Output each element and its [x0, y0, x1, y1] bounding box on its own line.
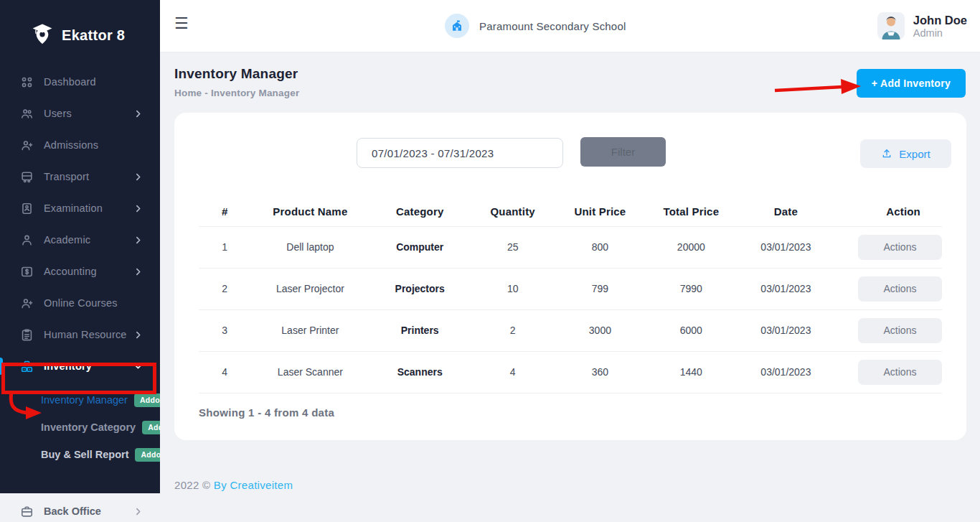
- table-row: 4Laser ScannerScanners4360144003/01/2023…: [199, 351, 942, 393]
- chevron-right-icon: [133, 507, 143, 516]
- sidebar-item-examination[interactable]: Examination: [0, 192, 160, 224]
- cell-product: Laser Scanner: [251, 351, 370, 393]
- cell-quantity: 2: [470, 309, 555, 351]
- chevron-right-icon: [133, 204, 143, 213]
- column-header-total-price: Total Price: [645, 197, 738, 226]
- sidebar-item-label: Accounting: [44, 266, 97, 277]
- table-header: #Product NameCategoryQuantityUnit PriceT…: [199, 197, 942, 226]
- grid-icon: [20, 75, 34, 89]
- submenu-item-buy-sell-report[interactable]: Buy & Sell ReportAddon: [0, 441, 160, 468]
- add-inventory-button[interactable]: + Add Inventory: [857, 69, 966, 98]
- page-title: Inventory Manager: [174, 66, 298, 82]
- table-body: 1Dell laptopComputer258002000003/01/2023…: [199, 226, 942, 393]
- cell-quantity: 4: [470, 351, 555, 393]
- clipboard-icon: [20, 328, 34, 342]
- person-plus-icon: [20, 139, 34, 152]
- footer-credit-link[interactable]: By Creativeitem: [214, 479, 293, 491]
- sidebar-item-label: Online Courses: [44, 297, 118, 309]
- school-building-icon: [445, 14, 469, 38]
- date-range-input[interactable]: [357, 138, 563, 168]
- briefcase-icon: [20, 505, 34, 518]
- breadcrumb-separator: -: [202, 88, 211, 98]
- sidebar-item-accounting[interactable]: Accounting: [0, 256, 160, 287]
- cell-date: 03/01/2023: [738, 226, 834, 268]
- sidebar-item-label: Admissions: [44, 139, 98, 151]
- export-label: Export: [899, 148, 930, 160]
- submenu-item-label: Inventory Category: [41, 421, 136, 433]
- sidebar-item-label: Academic: [44, 234, 90, 246]
- cell-action: Actions: [834, 226, 942, 268]
- cell-total-price: 1440: [645, 351, 738, 393]
- sidebar-item-academic[interactable]: Academic: [0, 224, 160, 256]
- dollar-icon: [20, 265, 34, 279]
- school-selector: Paramount Secondary School: [445, 14, 626, 38]
- sidebar-item-inventory[interactable]: Inventory: [0, 350, 160, 382]
- sidebar-item-users[interactable]: Users: [0, 98, 160, 129]
- sidebar-item-label: Inventory: [44, 360, 92, 372]
- cell-num: 2: [199, 268, 251, 309]
- main-content: Inventory Manager Home - Inventory Manag…: [160, 52, 980, 522]
- cell-total-price: 6000: [645, 309, 738, 351]
- inventory-card: Filter Export #Product NameCategoryQuant…: [174, 113, 966, 440]
- addon-badge: Addon: [134, 393, 160, 407]
- user-profile[interactable]: John Doe Admin: [877, 12, 967, 39]
- person-icon: [20, 233, 34, 247]
- addon-badge: Addon: [135, 448, 160, 462]
- brand-logo[interactable]: Ekattor 8: [0, 0, 160, 66]
- graduation-pin-icon: [30, 22, 55, 49]
- cell-quantity: 10: [470, 268, 555, 309]
- breadcrumb-home[interactable]: Home: [174, 88, 202, 98]
- cell-unit-price: 799: [555, 268, 644, 309]
- bus-icon: [20, 170, 34, 184]
- sidebar: Ekattor 8 DashboardUsersAdmissionsTransp…: [0, 0, 160, 522]
- cell-action: Actions: [834, 351, 942, 393]
- cell-quantity: 25: [470, 226, 555, 268]
- sidebar-item-human-resource[interactable]: Human Resource: [0, 319, 160, 350]
- cell-unit-price: 360: [555, 351, 644, 393]
- submenu-item-label: Buy & Sell Report: [41, 449, 128, 460]
- cell-product: Laser Projector: [251, 268, 370, 309]
- cell-product: Laser Printer: [251, 309, 370, 351]
- cell-category: Projectors: [369, 268, 470, 309]
- submenu-item-inventory-category[interactable]: Inventory CategoryAddon: [0, 414, 160, 441]
- inventory-submenu: Inventory ManagerAddonInventory Category…: [0, 382, 160, 468]
- breadcrumb: Home - Inventory Manager: [174, 88, 299, 98]
- upload-icon: [881, 148, 892, 159]
- sidebar-item-online-courses[interactable]: Online Courses: [0, 287, 160, 319]
- chevron-right-icon: [133, 109, 143, 118]
- row-actions-button[interactable]: Actions: [858, 276, 942, 302]
- sidebar-item-admissions[interactable]: Admissions: [0, 129, 160, 161]
- cell-unit-price: 3000: [555, 309, 644, 351]
- row-actions-button[interactable]: Actions: [858, 235, 942, 260]
- cell-total-price: 7990: [645, 268, 738, 309]
- column-header--: #: [199, 197, 251, 226]
- cell-category: Computer: [369, 226, 470, 268]
- boxes-icon: [20, 360, 34, 373]
- cell-product: Dell laptop: [251, 226, 370, 268]
- table-row: 1Dell laptopComputer258002000003/01/2023…: [199, 226, 942, 268]
- inventory-table: #Product NameCategoryQuantityUnit PriceT…: [199, 197, 942, 393]
- column-header-product-name: Product Name: [251, 197, 370, 226]
- row-actions-button[interactable]: Actions: [858, 318, 942, 343]
- avatar: [877, 12, 905, 39]
- sidebar-item-transport[interactable]: Transport: [0, 161, 160, 192]
- row-actions-button[interactable]: Actions: [858, 360, 942, 385]
- export-button[interactable]: Export: [860, 139, 951, 168]
- sidebar-item-dashboard[interactable]: Dashboard: [0, 66, 160, 98]
- cell-category: Scanners: [369, 351, 470, 393]
- sidebar-item-label: Transport: [44, 171, 89, 182]
- column-header-date: Date: [738, 197, 834, 226]
- school-name: Paramount Secondary School: [479, 20, 626, 32]
- table-row: 2Laser ProjectorProjectors10799799003/01…: [199, 268, 942, 309]
- chevron-right-icon: [133, 330, 143, 340]
- hamburger-menu-icon[interactable]: ☰: [174, 16, 189, 32]
- column-header-quantity: Quantity: [470, 197, 555, 226]
- table-summary: Showing 1 - 4 from 4 data: [199, 406, 334, 419]
- submenu-item-inventory-manager[interactable]: Inventory ManagerAddon: [0, 386, 160, 414]
- chevron-right-icon: [133, 267, 143, 276]
- user-name: John Doe: [913, 13, 967, 28]
- filter-button[interactable]: Filter: [580, 137, 666, 167]
- users-icon: [20, 107, 34, 121]
- footer: 2022 © By Creativeitem: [174, 479, 293, 491]
- sidebar-item-back-office[interactable]: Back Office: [0, 499, 160, 522]
